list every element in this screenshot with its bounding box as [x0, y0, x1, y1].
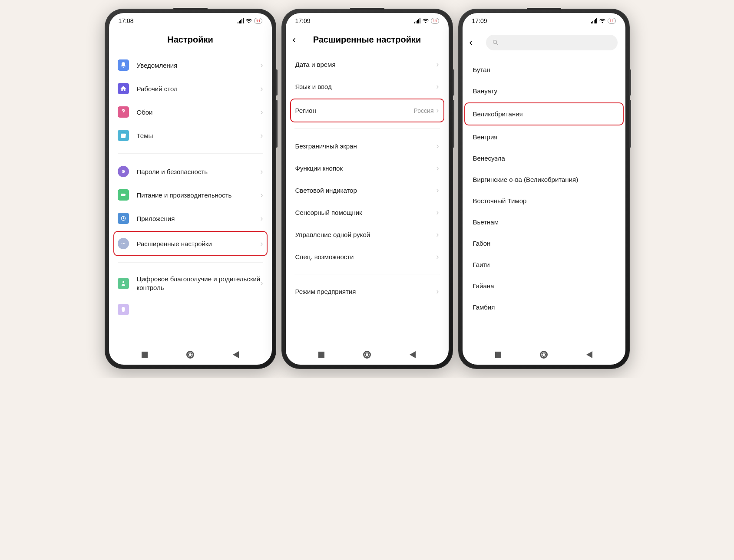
chevron-right-icon: › [261, 61, 263, 70]
country-label: Бутан [473, 66, 615, 73]
settings-item-wellbeing[interactable]: Цифровое благополучие и родительский кон… [114, 269, 267, 298]
nav-back-button[interactable] [227, 346, 245, 363]
svg-point-8 [122, 281, 124, 283]
chevron-right-icon: › [261, 84, 263, 93]
chevron-right-icon: › [436, 106, 439, 115]
country-item[interactable]: Виргинские о-ва (Великобритания) [465, 169, 623, 190]
chevron-right-icon: › [261, 108, 263, 117]
home-icon [118, 83, 129, 94]
item-label: Режим предприятия [295, 288, 436, 295]
nav-recent-button[interactable] [313, 346, 330, 363]
settings-item-region[interactable]: Регион Россия › [290, 99, 444, 122]
item-label: Дата и время [295, 61, 436, 68]
battery-icon: 11 [431, 18, 439, 24]
nav-back-button[interactable] [404, 346, 421, 363]
country-item[interactable]: Габон [465, 233, 623, 254]
chevron-right-icon: › [436, 230, 439, 239]
lock-icon [118, 166, 129, 177]
wallpaper-icon [118, 106, 129, 118]
settings-item-datetime[interactable]: Дата и время › [291, 53, 443, 76]
back-button[interactable]: ‹ [293, 34, 296, 46]
bell-icon [118, 59, 129, 71]
settings-item-security[interactable]: Пароли и безопасность › [114, 160, 267, 183]
settings-item-led[interactable]: Световой индикатор › [291, 179, 443, 201]
country-label: Гамбия [473, 303, 615, 311]
settings-item-quickball[interactable]: Сенсорный помощник › [291, 201, 443, 224]
country-label: Гайана [473, 282, 615, 290]
nav-back-button[interactable] [581, 346, 598, 363]
page-title: Расширенные настройки [294, 35, 441, 45]
nav-home-button[interactable] [358, 346, 376, 363]
country-list: БутанВануатуВеликобританияВенгрияВенесуэ… [463, 59, 625, 345]
country-label: Габон [473, 240, 615, 247]
country-item[interactable]: Венгрия [465, 126, 623, 148]
item-label: Безграничный экран [295, 142, 436, 150]
nav-recent-button[interactable] [489, 346, 507, 363]
settings-item-accessibility[interactable]: Спец. возможности › [291, 246, 443, 268]
settings-item-buttons[interactable]: Функции кнопок › [291, 157, 443, 179]
country-label: Вануату [473, 87, 615, 95]
wifi-icon [423, 18, 429, 24]
item-label: Рабочий стол [137, 85, 261, 92]
nav-recent-button[interactable] [136, 346, 153, 363]
settings-item-notifications[interactable]: Уведомления › [114, 53, 267, 77]
back-button[interactable]: ‹ [469, 37, 473, 48]
wifi-icon [599, 18, 605, 24]
nav-home-button[interactable] [182, 346, 199, 363]
item-label: Световой индикатор [295, 187, 436, 194]
country-item[interactable]: Вьетнам [465, 211, 623, 233]
settings-item-themes[interactable]: Темы › [114, 124, 267, 147]
item-label: Функции кнопок [295, 165, 436, 172]
wellbeing-icon [118, 278, 129, 289]
item-label: Язык и ввод [295, 83, 436, 90]
country-item[interactable]: Гамбия [465, 296, 623, 318]
battery-icon: 11 [608, 18, 615, 24]
settings-item-language[interactable]: Язык и ввод › [291, 76, 443, 98]
country-item[interactable]: Гайана [465, 275, 623, 296]
settings-item-advanced[interactable]: Расширенные настройки › [113, 231, 268, 256]
settings-item-apps[interactable]: Приложения › [114, 207, 267, 230]
theme-icon [118, 130, 129, 141]
search-input[interactable] [486, 35, 618, 50]
chevron-right-icon: › [261, 131, 263, 140]
chevron-right-icon: › [261, 214, 263, 223]
divider [294, 128, 440, 129]
screen-header: ‹ Расширенные настройки [286, 29, 449, 53]
settings-item-onehanded[interactable]: Управление одной рукой › [291, 224, 443, 246]
status-bar: 17:09 11 [286, 13, 449, 29]
screen-header: Настройки [109, 29, 272, 53]
chevron-right-icon: › [436, 252, 439, 261]
status-time: 17:08 [119, 17, 134, 24]
country-item[interactable]: Венесуэла [465, 148, 623, 169]
country-item[interactable]: Великобритания [464, 102, 624, 125]
settings-item-enterprise[interactable]: Режим предприятия › [291, 280, 443, 303]
country-item[interactable]: Вануату [465, 80, 623, 102]
status-bar: 17:09 11 [463, 13, 625, 29]
apps-icon [118, 213, 129, 224]
status-bar: 17:08 11 [109, 13, 272, 29]
chevron-right-icon: › [436, 287, 439, 296]
chevron-right-icon: › [436, 208, 439, 217]
settings-item-fullscreen[interactable]: Безграничный экран › [291, 135, 443, 157]
item-label: Регион [295, 107, 414, 114]
svg-point-1 [123, 171, 124, 172]
country-item[interactable]: Бутан [465, 59, 623, 80]
settings-item-desktop[interactable]: Рабочий стол › [114, 77, 267, 100]
settings-item-wallpaper[interactable]: Обои › [114, 100, 267, 124]
settings-item-partial[interactable] [114, 298, 267, 321]
chevron-right-icon: › [436, 82, 439, 91]
accessibility-icon [118, 304, 129, 315]
country-label: Великобритания [473, 110, 615, 118]
country-item[interactable]: Гаити [465, 254, 623, 275]
chevron-right-icon: › [436, 60, 439, 69]
settings-item-battery[interactable]: Питание и производительность › [114, 183, 267, 207]
country-label: Венгрия [473, 133, 615, 141]
nav-home-button[interactable] [535, 346, 552, 363]
item-label: Уведомления [137, 62, 261, 69]
signal-icon [238, 18, 244, 23]
chevron-right-icon: › [436, 186, 439, 195]
signal-icon [414, 18, 420, 23]
country-label: Венесуэла [473, 155, 615, 162]
country-item[interactable]: Восточный Тимор [465, 190, 623, 211]
nav-bar [463, 345, 625, 365]
